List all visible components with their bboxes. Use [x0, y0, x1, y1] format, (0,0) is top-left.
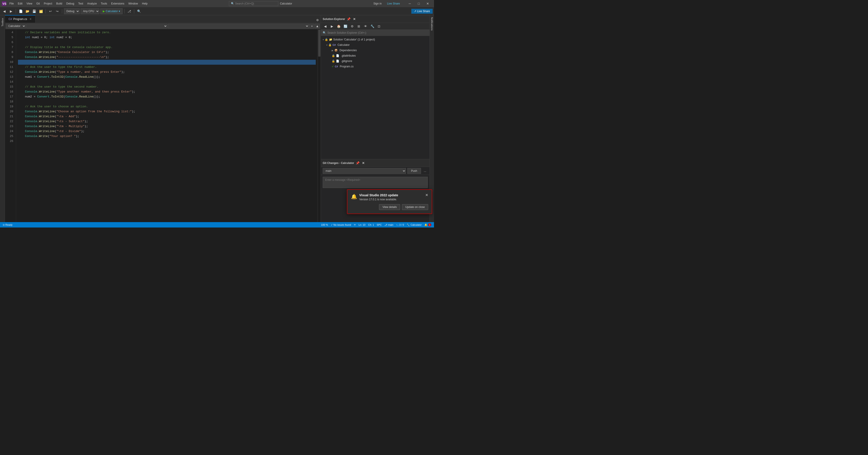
status-git-branch[interactable]: ⎇ main	[383, 223, 394, 226]
tree-label-gitattributes: .gitattributes	[341, 54, 356, 57]
tree-item-solution[interactable]: ▾ 🔒 📁 Solution 'Calculator' (1 of 1 proj…	[321, 37, 430, 42]
tree-item-program-cs[interactable]: ✓ C# Program.cs	[321, 64, 430, 69]
se-wrench-btn[interactable]: 🔧	[369, 23, 375, 29]
status-line[interactable]: Ln: 10	[358, 223, 367, 226]
view-details-button[interactable]: View details	[379, 204, 400, 210]
status-encoding[interactable]: SPC	[376, 223, 383, 226]
member-dropdown[interactable]	[26, 24, 167, 29]
menu-git[interactable]: Git	[35, 1, 41, 6]
menu-build[interactable]: Build	[55, 1, 64, 6]
menu-project[interactable]: Project	[42, 1, 54, 6]
debug-config-dropdown[interactable]: Debug	[64, 8, 80, 14]
toolbar-new-file-btn[interactable]: 📄	[18, 8, 24, 14]
toolbar-redo-btn[interactable]: ↪	[54, 8, 60, 14]
title-bar-left: VS File Edit View Git Project Build Debu…	[2, 1, 149, 6]
code-line-15: // Ask the user to type the second numbe…	[18, 84, 316, 89]
toolbar-forward-btn[interactable]: ▶	[8, 8, 14, 14]
maximize-button[interactable]: □	[414, 0, 423, 7]
status-cursor[interactable]: ✏	[353, 223, 357, 226]
menu-edit[interactable]: Edit	[16, 1, 24, 6]
tree-item-gitattributes[interactable]: 🔒 📄 .gitattributes	[321, 53, 430, 58]
push-button[interactable]: Push	[407, 168, 421, 174]
toolbar-back-btn[interactable]: ◀	[1, 8, 7, 14]
platform-dropdown[interactable]: Any CPU	[81, 8, 99, 14]
se-search[interactable]: 🔍 Search Solution Explorer (Ctrl+;)	[321, 30, 430, 36]
se-pin-btn[interactable]: 📌	[346, 17, 351, 22]
class-dropdown[interactable]: Calculator	[6, 24, 26, 29]
tab-settings-btn[interactable]: ⚙	[314, 18, 321, 23]
toolbar-open-btn[interactable]: 📂	[25, 8, 30, 14]
status-col[interactable]: Ch: 1	[367, 223, 375, 226]
solution-explorer-title: Solution Explorer	[323, 18, 345, 21]
menu-extensions[interactable]: Extensions	[109, 1, 126, 6]
tree-item-dependencies[interactable]: ▶ 📦 Dependencies	[321, 48, 430, 53]
run-dropdown-icon: ▾	[119, 10, 120, 13]
notifications-label[interactable]: Notifications	[431, 17, 433, 31]
se-home-btn[interactable]: 🏠	[336, 23, 342, 29]
close-button[interactable]: ✕	[423, 0, 432, 7]
title-bar-center: 🔍 Search (Ctrl+Q) Calculator	[149, 1, 372, 6]
toolbar-save-all-btn[interactable]: 🗂️	[38, 8, 44, 14]
code-line-10	[18, 60, 316, 65]
se-forward-btn[interactable]: ▶	[329, 23, 335, 29]
se-layout-btn[interactable]: ⊡	[376, 23, 382, 29]
gc-pin-btn[interactable]: 📌	[355, 161, 360, 166]
status-ready[interactable]: ⊙ Ready	[2, 224, 13, 226]
scroll-thumb[interactable]	[318, 30, 320, 57]
se-close-btn[interactable]: ✕	[352, 17, 357, 22]
title-bar-right: Sign in Live Share ─ □ ✕	[372, 0, 432, 7]
editor-scrollbar[interactable]	[317, 29, 321, 222]
live-share-button[interactable]: ↗ Live Share	[411, 9, 433, 14]
toolbar-sep-4	[124, 9, 125, 13]
status-changes[interactable]: ↑↓ 3 / 0	[395, 223, 405, 226]
tree-item-calculator[interactable]: ▾ 🔒 C# Calculator	[321, 42, 430, 48]
minimize-button[interactable]: ─	[405, 0, 414, 7]
editor-add-btn[interactable]: +	[309, 24, 314, 29]
search-box[interactable]: 🔍 Search (Ctrl+Q)	[229, 1, 278, 6]
live-share-titlebar-label[interactable]: Live Share	[385, 2, 402, 5]
menu-debug[interactable]: Debug	[64, 1, 76, 6]
toolbar-git-btn[interactable]: ⎇	[126, 8, 132, 14]
tab-program-cs[interactable]: C# Program.cs ✕	[5, 15, 35, 23]
menu-tools[interactable]: Tools	[99, 1, 109, 6]
status-issues[interactable]: ✓ No issues found	[330, 223, 352, 226]
toolbox-label[interactable]: Toolbox	[1, 17, 4, 27]
toolbar-search-btn[interactable]: 🔍	[136, 8, 142, 14]
tree-item-gitignore[interactable]: 🔒 📄 .gitignore	[321, 58, 430, 64]
menu-analyze[interactable]: Analyze	[86, 1, 99, 6]
se-settings-btn[interactable]: ⚙	[349, 23, 355, 29]
update-on-close-button[interactable]: Update on close	[402, 204, 428, 210]
code-content[interactable]: // Declare variables and then initialize…	[16, 29, 317, 222]
menu-help[interactable]: Help	[140, 1, 150, 6]
menu-test[interactable]: Test	[76, 1, 85, 6]
ready-icon: ⊙	[3, 224, 5, 226]
program-icon: C#	[335, 65, 338, 68]
tree-label-gitignore: .gitignore	[341, 59, 352, 63]
se-view-btn[interactable]: 👁	[363, 23, 369, 29]
se-back-btn[interactable]: ◀	[322, 23, 328, 29]
editor-scroll-up-btn[interactable]: ▲	[315, 24, 320, 29]
menu-view[interactable]: View	[25, 1, 34, 6]
se-sync-btn[interactable]: 🔄	[342, 23, 348, 29]
status-bar: ⊙ Ready 100 % ✓ No issues found ✏ Ln: 10…	[0, 222, 434, 227]
sign-in-label[interactable]: Sign in	[372, 2, 383, 5]
status-zoom[interactable]: 100 %	[320, 223, 329, 226]
menu-window[interactable]: Window	[127, 1, 140, 6]
menu-file[interactable]: File	[8, 1, 16, 6]
member2-dropdown[interactable]	[168, 24, 309, 29]
code-line-24: Console.WriteLine("\td - Divide");	[18, 129, 316, 134]
run-button[interactable]: ▶ Calculator ▾	[100, 8, 123, 14]
tab-close-icon[interactable]: ✕	[29, 18, 32, 21]
status-project[interactable]: 🔧 Calculator	[406, 223, 423, 226]
toolbar-undo-btn[interactable]: ↩	[48, 8, 54, 14]
notification-body: Version 17.0.1 is now available.	[359, 198, 398, 201]
se-filter-btn[interactable]: ⊞	[356, 23, 362, 29]
gc-close-btn[interactable]: ✕	[361, 161, 366, 166]
encoding-label: SPC	[377, 224, 382, 226]
branch-dropdown[interactable]: main	[323, 168, 406, 174]
commit-message-input[interactable]	[323, 177, 428, 188]
toolbar-save-btn[interactable]: 💾	[31, 8, 37, 14]
notification-close-button[interactable]: ✕	[425, 193, 428, 197]
status-notifications[interactable]: 🔔 1	[424, 223, 432, 226]
git-more-button[interactable]: ...	[422, 168, 428, 174]
